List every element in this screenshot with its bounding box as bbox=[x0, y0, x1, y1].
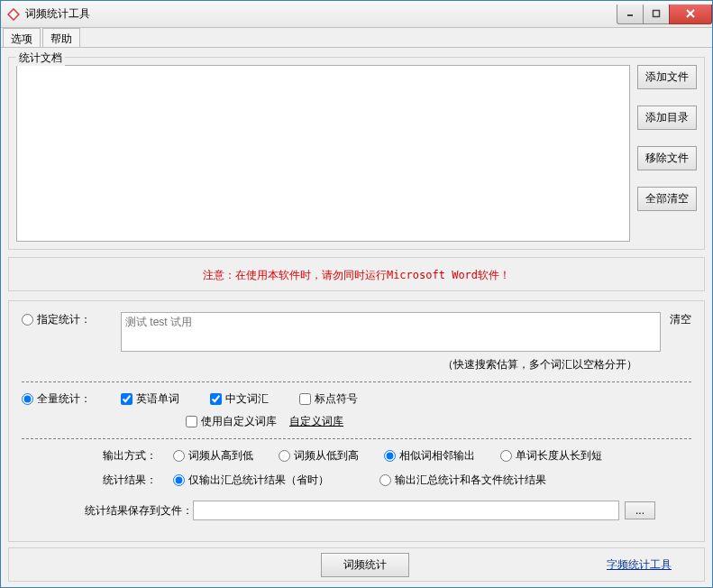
svg-rect-3 bbox=[654, 11, 660, 17]
result-label: 统计结果： bbox=[22, 473, 157, 488]
clear-words-button[interactable]: 清空 bbox=[670, 312, 691, 327]
divider bbox=[22, 381, 691, 382]
docs-groupbox: 统计文档 添加文件 添加目录 移除文件 全部清空 bbox=[8, 57, 705, 250]
window-title: 词频统计工具 bbox=[25, 6, 617, 22]
output-low-high-radio[interactable]: 词频从低到高 bbox=[279, 448, 359, 464]
client-area: 统计文档 添加文件 添加目录 移除文件 全部清空 注意：在使用本软件时，请勿同时… bbox=[1, 48, 712, 587]
chinese-checkbox[interactable]: 中文词汇 bbox=[210, 391, 269, 407]
punct-checkbox[interactable]: 标点符号 bbox=[299, 391, 358, 407]
app-window: 词频统计工具 选项 帮助 统计文档 添加文件 添加目录 移除文件 bbox=[0, 0, 713, 588]
specified-stat-label: 指定统计： bbox=[37, 312, 91, 327]
browse-button[interactable]: ... bbox=[625, 501, 655, 519]
custom-dict-link[interactable]: 自定义词库 bbox=[277, 414, 343, 429]
output-high-low-radio[interactable]: 词频从高到低 bbox=[173, 448, 253, 464]
save-file-input[interactable] bbox=[193, 501, 619, 520]
menu-help[interactable]: 帮助 bbox=[42, 28, 80, 47]
clear-all-button[interactable]: 全部清空 bbox=[637, 187, 697, 211]
titlebar: 词频统计工具 bbox=[1, 1, 712, 28]
remove-file-button[interactable]: 移除文件 bbox=[637, 146, 697, 170]
close-button[interactable] bbox=[669, 5, 712, 24]
maximize-button[interactable] bbox=[643, 5, 670, 24]
app-icon bbox=[6, 7, 21, 22]
footer: 词频统计 字频统计工具 bbox=[8, 547, 705, 582]
output-mode-label: 输出方式： bbox=[22, 448, 157, 464]
output-length-radio[interactable]: 单词长度从长到短 bbox=[500, 448, 602, 464]
docs-legend: 统计文档 bbox=[16, 51, 65, 66]
add-file-button[interactable]: 添加文件 bbox=[637, 65, 697, 89]
menu-options[interactable]: 选项 bbox=[3, 28, 41, 47]
notice-text: 注意：在使用本软件时，请勿同时运行Microsoft Word软件！ bbox=[8, 257, 705, 291]
specified-words-input[interactable] bbox=[121, 312, 661, 352]
window-controls bbox=[617, 5, 712, 24]
add-dir-button[interactable]: 添加目录 bbox=[637, 106, 697, 130]
full-stat-label: 全量统计： bbox=[37, 391, 91, 407]
options-panel: 指定统计： 清空 （快速搜索估算，多个词汇以空格分开） 全量统计： 英语单词 中… bbox=[8, 300, 705, 542]
save-file-label: 统计结果保存到文件： bbox=[22, 503, 193, 519]
english-checkbox[interactable]: 英语单词 bbox=[121, 391, 179, 407]
result-summary-only-radio[interactable]: 仅输出汇总统计结果（省时） bbox=[173, 473, 329, 488]
run-button[interactable]: 词频统计 bbox=[321, 553, 409, 577]
divider bbox=[22, 438, 691, 439]
menubar: 选项 帮助 bbox=[1, 28, 712, 48]
char-freq-tool-link[interactable]: 字频统计工具 bbox=[607, 557, 672, 573]
full-stat-radio[interactable]: 全量统计： bbox=[22, 391, 121, 407]
custom-dict-checkbox[interactable]: 使用自定义词库 bbox=[186, 414, 277, 429]
specified-hint: （快速搜索估算，多个词汇以空格分开） bbox=[22, 357, 637, 372]
minimize-button[interactable] bbox=[617, 5, 644, 24]
file-listbox[interactable] bbox=[16, 65, 630, 242]
output-similar-radio[interactable]: 相似词相邻输出 bbox=[384, 448, 475, 464]
result-summary-each-radio[interactable]: 输出汇总统计和各文件统计结果 bbox=[379, 473, 546, 488]
specified-stat-radio[interactable]: 指定统计： bbox=[22, 312, 121, 327]
